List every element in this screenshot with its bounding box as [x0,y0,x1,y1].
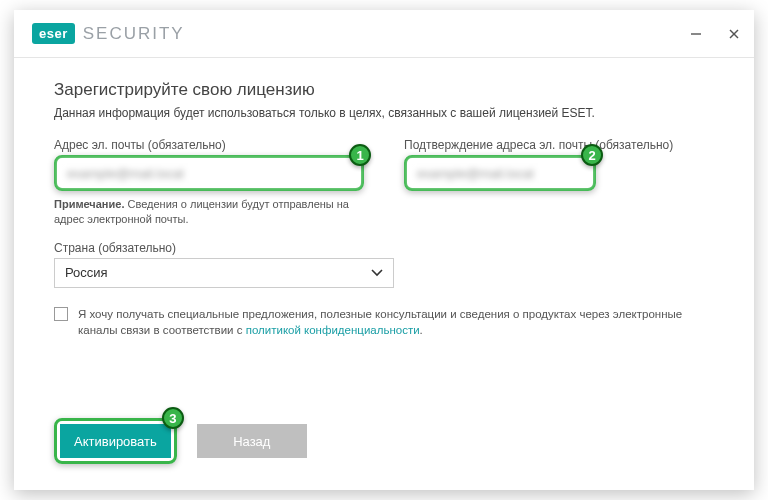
consent-row: Я хочу получать специальные предложения,… [54,306,714,339]
email-note: Примечание. Сведения о лицензии будут от… [54,197,364,227]
titlebar: eser SECURITY [14,10,754,58]
chevron-down-icon [371,265,383,280]
privacy-policy-link[interactable]: политикой конфиденциальности [246,324,420,336]
country-value: Россия [65,265,108,280]
country-field-group: Страна (обязательно) Россия [54,241,714,288]
brand-badge: eser [32,23,75,44]
country-label: Страна (обязательно) [54,241,714,255]
consent-checkbox[interactable] [54,307,68,321]
footer: Активировать 3 Назад [14,418,754,490]
email-confirm-input[interactable] [409,160,591,186]
page-subtitle: Данная информация будет использоваться т… [54,106,714,120]
brand-product: SECURITY [83,24,185,44]
activate-button[interactable]: Активировать [60,424,171,458]
minimize-button[interactable] [688,26,704,42]
back-button[interactable]: Назад [197,424,307,458]
step-badge-3: 3 [162,407,184,429]
step-badge-2: 2 [581,144,603,166]
consent-text: Я хочу получать специальные предложения,… [78,306,714,339]
note-prefix: Примечание. [54,198,124,210]
email-row: Адрес эл. почты (обязательно) 1 Примечан… [54,138,714,227]
app-window: eser SECURITY Зарегистрируйте свою лицен… [14,10,754,490]
content-area: Зарегистрируйте свою лицензию Данная инф… [14,58,754,418]
activate-highlight: Активировать 3 [54,418,177,464]
email-confirm-highlight: 2 [404,155,596,191]
email-input[interactable] [59,160,359,186]
country-select[interactable]: Россия [54,258,394,288]
email-label: Адрес эл. почты (обязательно) [54,138,364,152]
consent-text-after: . [420,324,423,336]
email-highlight: 1 [54,155,364,191]
close-button[interactable] [726,26,742,42]
page-title: Зарегистрируйте свою лицензию [54,80,714,100]
email-confirm-label: Подтверждение адреса эл. почты (обязател… [404,138,714,152]
step-badge-1: 1 [349,144,371,166]
window-controls [688,26,742,42]
email-confirm-field-group: Подтверждение адреса эл. почты (обязател… [404,138,714,227]
brand-logo: eser SECURITY [32,23,185,44]
email-field-group: Адрес эл. почты (обязательно) 1 Примечан… [54,138,364,227]
